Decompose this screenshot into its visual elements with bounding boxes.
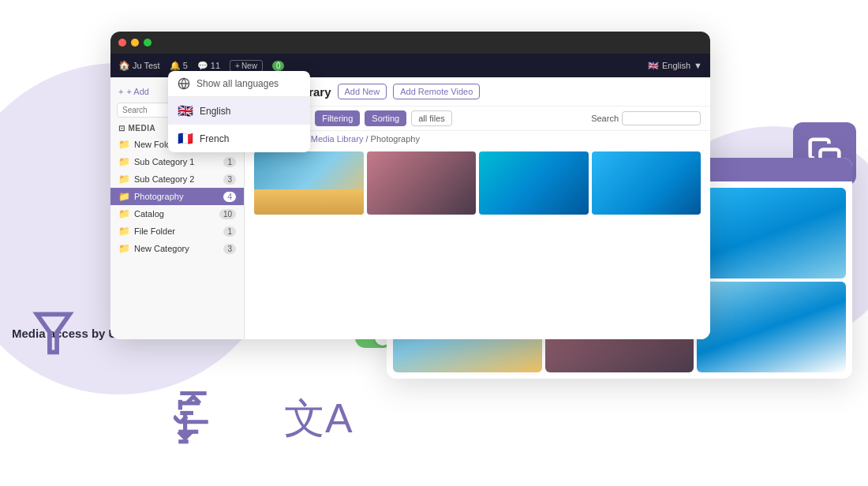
cc-icon: ⊡ xyxy=(118,124,125,133)
back-photo-3 xyxy=(697,188,846,279)
add-remote-button[interactable]: Add Remote Video xyxy=(393,84,480,99)
notification-count: 5 xyxy=(183,61,188,70)
french-flag-icon: 🇫🇷 xyxy=(178,131,193,146)
home-icon: 🏠 xyxy=(118,60,130,71)
photo-2 xyxy=(367,151,477,215)
add-label: + Add xyxy=(126,87,148,96)
breadcrumb-root-link[interactable]: Media Library xyxy=(311,134,364,144)
sidebar-item-photography[interactable]: 📁 Photography 4 xyxy=(110,188,244,205)
item-count: 3 xyxy=(223,244,236,254)
breadcrumb-current: Photography xyxy=(371,134,420,144)
item-count: 4 xyxy=(223,192,236,202)
show-all-languages-btn[interactable]: Show all languages xyxy=(168,71,310,97)
folder-icon: 📁 xyxy=(118,243,130,254)
item-count: 3 xyxy=(223,174,236,185)
folder-icon: 📁 xyxy=(118,174,130,185)
main-content: Media Library Add New Add Remote Video B… xyxy=(245,77,710,339)
bell-icon: 🔔 xyxy=(170,61,181,71)
item-label: Photography xyxy=(134,192,183,201)
section-label: MEDIA xyxy=(129,124,156,133)
sidebar-item-sub-cat-2[interactable]: 📁 Sub Category 2 3 xyxy=(110,170,244,188)
back-photo-6 xyxy=(697,282,846,372)
flag-icon: 🇬🇧 xyxy=(648,61,659,71)
add-new-button[interactable]: Add New xyxy=(338,84,387,99)
photo-4 xyxy=(592,151,702,215)
item-count: 1 xyxy=(223,157,236,167)
chevron-down-icon: ▼ xyxy=(694,61,702,70)
photo-3 xyxy=(479,151,589,215)
toolbar: Bulk select Filtering Sorting all files … xyxy=(245,107,710,131)
item-label: Catalog xyxy=(134,209,164,219)
item-count: 10 xyxy=(219,209,236,219)
nav-notifications[interactable]: 🔔 5 xyxy=(170,61,188,71)
item-label: New Category xyxy=(134,244,189,253)
folder-icon: 📁 xyxy=(118,156,130,167)
item-label: Sub Category 2 xyxy=(134,174,194,184)
new-label: New xyxy=(241,62,257,70)
item-label: Sub Category 1 xyxy=(134,157,194,166)
item-count: 1 xyxy=(223,226,236,237)
svg-marker-3 xyxy=(37,314,69,352)
folder-icon: 📁 xyxy=(118,191,130,202)
sidebar-item-sub-cat-1[interactable]: 📁 Sub Category 1 1 xyxy=(110,153,244,170)
french-label: French xyxy=(200,133,229,144)
new-button[interactable]: + New xyxy=(230,60,263,72)
folder-icon: 📁 xyxy=(118,208,130,219)
language-label: English xyxy=(662,61,690,70)
english-label: English xyxy=(200,106,230,117)
photo-grid xyxy=(245,147,710,219)
folder-icon: 📁 xyxy=(118,226,130,237)
sidebar-item-new-category[interactable]: 📁 New Category 3 xyxy=(110,240,244,257)
english-flag-icon: 🇬🇧 xyxy=(178,103,193,118)
photo-1 xyxy=(254,151,364,215)
main-header: Media Library Add New Add Remote Video xyxy=(245,77,710,107)
language-selector[interactable]: 🇬🇧 English ▼ xyxy=(648,61,702,71)
filter-icon-decoration xyxy=(32,308,75,360)
lang-item-english[interactable]: 🇬🇧 English xyxy=(168,97,310,125)
sorting-button[interactable]: Sorting xyxy=(365,110,406,126)
search-label: Search xyxy=(591,114,619,123)
dot-green xyxy=(144,39,152,47)
comment-icon: 💬 xyxy=(197,61,208,71)
plus-icon: + xyxy=(118,87,123,96)
language-dropdown: Show all languages 🇬🇧 English 🇫🇷 French xyxy=(168,71,310,152)
filtering-button[interactable]: Filtering xyxy=(315,110,360,126)
lang-item-french[interactable]: 🇫🇷 French xyxy=(168,125,310,152)
show-all-label: Show all languages xyxy=(196,78,279,89)
all-files-button[interactable]: all files xyxy=(411,110,452,126)
zero-badge: 0 xyxy=(272,61,285,71)
plus-icon: + xyxy=(235,62,240,70)
comment-count: 11 xyxy=(211,61,220,70)
dot-yellow xyxy=(131,39,139,47)
translate-glyph: 文A xyxy=(284,395,353,441)
globe-icon xyxy=(178,77,190,90)
search-input[interactable] xyxy=(622,111,701,125)
sort-icon-decoration xyxy=(174,383,213,447)
dot-red xyxy=(118,39,126,47)
sidebar-item-file-folder[interactable]: 📁 File Folder 1 xyxy=(110,222,244,240)
breadcrumb: You are here : Media Library / Photograp… xyxy=(245,131,710,147)
nav-comments[interactable]: 💬 11 xyxy=(197,61,220,71)
toolbar-search: Search xyxy=(591,111,701,125)
item-label: File Folder xyxy=(134,226,175,236)
translate-icon-decoration: 文A xyxy=(284,391,353,447)
folder-icon: 📁 xyxy=(118,139,130,150)
sidebar-item-catalog[interactable]: 📁 Catalog 10 xyxy=(110,205,244,222)
nav-user: 🏠 Ju Test xyxy=(118,60,160,71)
nav-user-label: Ju Test xyxy=(133,61,160,70)
title-bar xyxy=(110,32,710,54)
